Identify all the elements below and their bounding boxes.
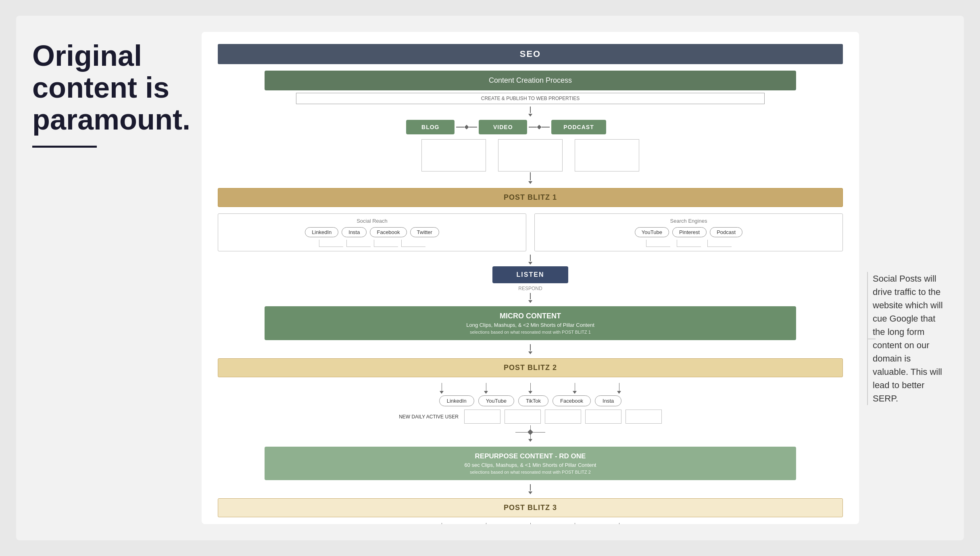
arr-yt (484, 391, 488, 394)
video-content-box (498, 139, 563, 171)
connector-diamond-2 (537, 125, 542, 129)
respond-label: RESPOND (518, 286, 542, 291)
connector-5 (530, 344, 531, 351)
post-blitz-2-bar: POST BLITZ 2 (218, 358, 843, 377)
podcast-content-box (575, 139, 639, 171)
diamond-arrow (515, 425, 545, 442)
pill-facebook: Facebook (370, 227, 407, 237)
left-panel: Original content is paramount. (32, 32, 186, 524)
pill-twitter: Twitter (410, 227, 439, 237)
pill-linkedin: LinkedIn (305, 227, 338, 237)
diagram: SEO Content Creation Process CREATE & PU… (218, 44, 843, 524)
social-reach-label: Social Reach (225, 218, 519, 224)
search-engines-box: Search Engines YouTube Pinterest Podcast (534, 213, 843, 251)
p2-insta: Insta (595, 395, 621, 406)
connector-diamond-1 (465, 125, 469, 129)
arrow-2 (528, 181, 532, 184)
split-row: Social Reach LinkedIn Insta Facebook Twi… (218, 213, 843, 251)
platform-arrows-row (218, 383, 843, 394)
repurpose-note: selections based on what resonated most … (265, 470, 796, 474)
pill-podcast-se: Podcast (710, 227, 742, 237)
arrow-3 (528, 262, 532, 265)
social-reach-pills: LinkedIn Insta Facebook Twitter (225, 227, 519, 237)
create-publish-box: CREATE & PUBLISH TO WEB PROPERTIES (296, 93, 765, 104)
micro-content-note: selections based on what resonated most … (265, 330, 796, 334)
diagram-container: SEO Content Creation Process CREATE & PU… (202, 32, 859, 524)
connector-6 (530, 484, 531, 491)
repurpose-title: REPURPOSE CONTENT - RD ONE (265, 452, 796, 460)
p2-linkedin: LinkedIn (439, 395, 474, 406)
video-box: VIDEO (479, 120, 527, 134)
seo-header: SEO (218, 44, 843, 64)
main-container: Original content is paramount. SEO Conte… (16, 16, 964, 540)
post-blitz-1-bar: POST BLITZ 1 (218, 188, 843, 207)
arrow-4 (528, 300, 532, 303)
p2-youtube: YouTube (478, 395, 514, 406)
search-engines-label: Search Engines (541, 218, 836, 224)
micro-content-box: MICRO CONTENT Long Clips, Mashups, & <2 … (265, 306, 796, 340)
platform-arrows-row-3 (218, 523, 843, 524)
repurpose-box: REPURPOSE CONTENT - RD ONE 60 sec Clips,… (265, 447, 796, 480)
arr-tt (528, 391, 532, 394)
micro-content-subtitle: Long Clips, Mashups, & <2 Min Shorts of … (265, 322, 796, 328)
connector-2 (530, 172, 531, 180)
side-note-text: Social Posts will drive traffic to the w… (873, 272, 948, 405)
accent-line (32, 146, 97, 148)
content-creation-box: Content Creation Process (265, 71, 796, 90)
arr-in (617, 391, 621, 394)
pill-insta: Insta (342, 227, 367, 237)
platform-row-2: LinkedIn YouTube TikTok Facebook Insta (218, 395, 843, 406)
search-engines-pills: YouTube Pinterest Podcast (541, 227, 836, 237)
connector-4 (530, 293, 531, 299)
right-panel: SEO Content Creation Process CREATE & PU… (202, 32, 948, 524)
micro-content-title: MICRO CONTENT (265, 312, 796, 320)
listen-box: LISTEN (492, 266, 569, 283)
podcast-box: PODCAST (551, 120, 606, 134)
blog-content-box (421, 139, 486, 171)
arr-li (440, 391, 444, 394)
side-note: Social Posts will drive traffic to the w… (867, 32, 948, 524)
new-daily-user-label: NEW DAILY ACTIVE USER (399, 414, 460, 420)
pill-youtube-se: YouTube (635, 227, 669, 237)
arrow-6 (528, 491, 532, 494)
p2-facebook: Facebook (553, 395, 591, 406)
blog-box: BLOG (406, 120, 455, 134)
connector-3 (530, 255, 531, 261)
repurpose-subtitle: 60 sec Clips, Mashups, & <1 Min Shorts o… (265, 462, 796, 468)
media-row: BLOG VIDEO PODCAST (218, 120, 843, 134)
media-content-area (218, 139, 843, 171)
arrow-5 (528, 351, 532, 354)
connector-1 (530, 107, 531, 113)
arr-fb (573, 391, 577, 394)
headline: Original content is paramount. (32, 40, 186, 136)
arrow-1 (528, 114, 532, 117)
post-blitz-3-bar: POST BLITZ 3 (218, 498, 843, 517)
social-reach-box: Social Reach LinkedIn Insta Facebook Twi… (218, 213, 526, 251)
p2-tiktok: TikTok (518, 395, 548, 406)
ndau-row: NEW DAILY ACTIVE USER (218, 410, 843, 424)
pill-pinterest: Pinterest (672, 227, 707, 237)
